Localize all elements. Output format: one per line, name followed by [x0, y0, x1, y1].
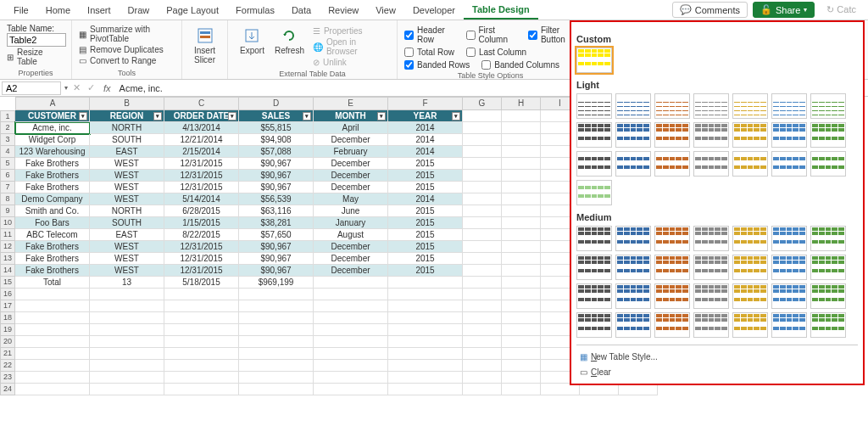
table-style-swatch[interactable]	[771, 226, 807, 251]
cell-empty[interactable]	[239, 360, 314, 372]
cell-F13[interactable]: 2015	[388, 253, 463, 265]
cell-empty[interactable]	[164, 384, 239, 395]
table-style-swatch[interactable]	[771, 283, 807, 309]
cell-empty[interactable]	[15, 348, 90, 360]
table-style-swatch[interactable]	[615, 312, 651, 338]
cell-empty[interactable]	[164, 324, 239, 336]
cell-empty[interactable]	[502, 348, 541, 360]
cell-empty[interactable]	[164, 348, 239, 360]
cell-empty[interactable]	[502, 193, 541, 205]
table-style-swatch[interactable]	[771, 93, 807, 119]
cell-empty[interactable]	[463, 170, 502, 182]
row-header-6[interactable]: 6	[0, 170, 15, 182]
cell-E4[interactable]: February	[314, 146, 388, 158]
cell-empty[interactable]	[463, 277, 502, 289]
cell-empty[interactable]	[502, 336, 541, 348]
cell-B10[interactable]: SOUTH	[90, 217, 164, 229]
row-header-24[interactable]: 24	[0, 384, 15, 395]
new-table-style-button[interactable]: ▦ New Table Style...	[576, 350, 858, 364]
cell-A7[interactable]: Fake Brothers	[15, 182, 90, 193]
table-style-swatch[interactable]	[654, 226, 690, 251]
table-header-year[interactable]: YEAR▾	[388, 110, 463, 122]
cell-empty[interactable]	[239, 300, 314, 312]
cell-F14[interactable]: 2015	[388, 265, 463, 277]
col-header-B[interactable]: B	[90, 97, 164, 110]
row-header-20[interactable]: 20	[0, 336, 15, 348]
cell-E3[interactable]: December	[314, 134, 388, 146]
cell-D8[interactable]: $56,539	[239, 193, 314, 205]
table-style-swatch[interactable]	[771, 255, 807, 280]
table-style-swatch[interactable]	[576, 312, 612, 338]
cell-B13[interactable]: WEST	[90, 253, 164, 265]
cell-empty[interactable]	[15, 324, 90, 336]
row-header-12[interactable]: 12	[0, 241, 15, 253]
cell-D12[interactable]: $90,967	[239, 241, 314, 253]
fx-icon[interactable]: fx	[98, 83, 116, 93]
table-style-swatch[interactable]	[771, 122, 807, 148]
row-header-8[interactable]: 8	[0, 193, 15, 205]
cell-empty[interactable]	[463, 300, 502, 312]
cell-C12[interactable]: 12/31/2015	[164, 241, 239, 253]
cell-empty[interactable]	[463, 134, 502, 146]
cell-A13[interactable]: Fake Brothers	[15, 253, 90, 265]
table-header-sales[interactable]: SALES▾	[239, 110, 314, 122]
table-style-swatch[interactable]	[576, 122, 612, 148]
cell-F3[interactable]: 2014	[388, 134, 463, 146]
cell-empty[interactable]	[388, 336, 463, 348]
cell-C3[interactable]: 12/21/2014	[164, 134, 239, 146]
cell-empty[interactable]	[90, 360, 164, 372]
row-header-16[interactable]: 16	[0, 289, 15, 300]
cell-empty[interactable]	[502, 372, 541, 384]
table-style-swatch[interactable]	[615, 122, 651, 148]
cell-empty[interactable]	[463, 289, 502, 300]
table-style-swatch[interactable]	[693, 151, 729, 177]
cell-C9[interactable]: 6/28/2015	[164, 205, 239, 217]
table-style-swatch[interactable]	[732, 93, 768, 119]
cell-empty[interactable]	[502, 158, 541, 170]
cell-empty[interactable]	[502, 122, 541, 134]
insert-slicer-button[interactable]: Insert Slicer	[189, 24, 220, 77]
cell-A4[interactable]: 123 Warehousing	[15, 146, 90, 158]
remove-duplicates-button[interactable]: ▤Remove Duplicates	[79, 45, 175, 54]
table-style-swatch[interactable]	[693, 226, 729, 251]
table-style-swatch[interactable]	[693, 122, 729, 148]
row-header-9[interactable]: 9	[0, 205, 15, 217]
tab-table-design[interactable]: Table Design	[464, 1, 538, 20]
cell-empty[interactable]	[463, 241, 502, 253]
table-style-swatch[interactable]	[810, 283, 846, 309]
cell-empty[interactable]	[502, 384, 541, 395]
cell-empty[interactable]	[388, 360, 463, 372]
row-header-14[interactable]: 14	[0, 265, 15, 277]
col-header-E[interactable]: E	[314, 97, 388, 110]
cell-C8[interactable]: 5/14/2014	[164, 193, 239, 205]
cell-F12[interactable]: 2015	[388, 241, 463, 253]
chk-last-col[interactable]: Last Column	[466, 48, 526, 57]
cell-A11[interactable]: ABC Telecom	[15, 229, 90, 241]
cell-empty[interactable]	[463, 158, 502, 170]
cell-E13[interactable]: December	[314, 253, 388, 265]
cell-A15[interactable]: Total	[15, 277, 90, 289]
cell-B12[interactable]: WEST	[90, 241, 164, 253]
cell-E5[interactable]: December	[314, 158, 388, 170]
tab-file[interactable]: File	[5, 2, 37, 19]
chk-banded-cols[interactable]: Banded Columns	[481, 60, 559, 70]
table-style-swatch[interactable]	[654, 283, 690, 309]
cell-A10[interactable]: Foo Bars	[15, 217, 90, 229]
cell-F8[interactable]: 2014	[388, 193, 463, 205]
table-style-swatch[interactable]	[810, 312, 846, 338]
cell-empty[interactable]	[15, 300, 90, 312]
filter-dropdown-icon[interactable]: ▾	[228, 112, 236, 121]
col-header-A[interactable]: A	[15, 97, 90, 110]
cell-empty[interactable]	[15, 312, 90, 324]
cell-F6[interactable]: 2015	[388, 170, 463, 182]
cell-empty[interactable]	[239, 372, 314, 384]
cell-B6[interactable]: WEST	[90, 170, 164, 182]
cell-empty[interactable]	[463, 384, 502, 395]
tab-home[interactable]: Home	[37, 2, 79, 19]
cell-empty[interactable]	[502, 300, 541, 312]
cell-B3[interactable]: SOUTH	[90, 134, 164, 146]
cell-empty[interactable]	[90, 324, 164, 336]
cell-F11[interactable]: 2015	[388, 229, 463, 241]
tab-draw[interactable]: Draw	[120, 2, 159, 19]
cell-empty[interactable]	[314, 360, 388, 372]
